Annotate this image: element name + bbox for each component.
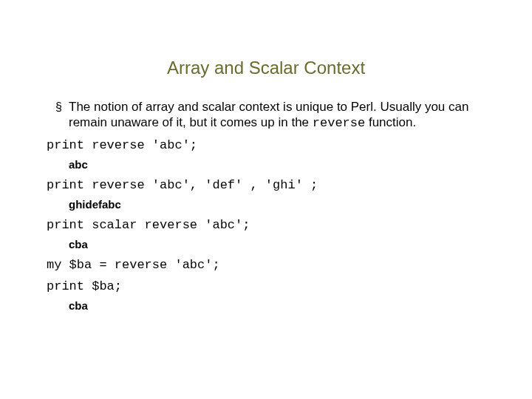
slide-content: § The notion of array and scalar context… — [0, 99, 532, 312]
output-2: ghidefabc — [69, 198, 488, 211]
code-line-4: my $ba = reverse 'abc'; — [47, 258, 488, 272]
output-1: abc — [69, 158, 488, 171]
bullet-text: The notion of array and scalar context i… — [69, 99, 488, 131]
bullet-code-word: reverse — [313, 116, 365, 130]
slide: Array and Scalar Context § The notion of… — [0, 0, 532, 399]
code-line-3: print scalar reverse 'abc'; — [47, 218, 488, 232]
bullet-glyph: § — [55, 99, 69, 115]
slide-title: Array and Scalar Context — [0, 0, 532, 99]
code-line-1: print reverse 'abc'; — [47, 138, 488, 152]
code-line-2: print reverse 'abc', 'def' , 'ghi' ; — [47, 178, 488, 192]
output-5: cba — [69, 299, 488, 312]
bullet-item: § The notion of array and scalar context… — [55, 99, 488, 131]
output-3: cba — [69, 238, 488, 250]
code-line-5: print $ba; — [47, 279, 488, 293]
bullet-text-post: function. — [365, 115, 416, 129]
